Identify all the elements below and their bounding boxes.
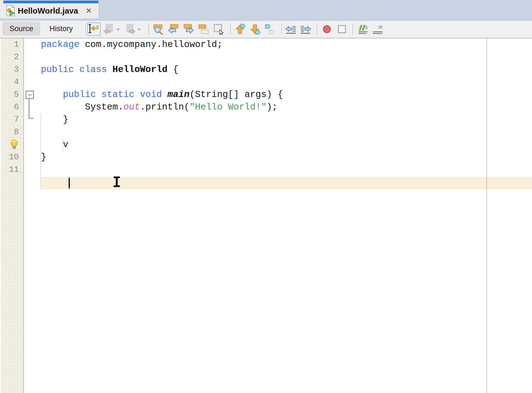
- back-button[interactable]: [103, 23, 115, 35]
- comment-icon: [357, 24, 368, 35]
- jump-last-edit-icon: [88, 24, 100, 35]
- shift-line-right-icon: [300, 24, 311, 35]
- find-selection-icon: [153, 24, 164, 35]
- line-number: 2: [1, 51, 19, 63]
- forward-dropdown-icon[interactable]: [137, 28, 141, 31]
- tab-title: HelloWorld.java: [18, 3, 78, 18]
- previous-bookmark-button[interactable]: [234, 23, 246, 35]
- code-line: public class HelloWorld {: [41, 63, 178, 76]
- source-button[interactable]: Source: [3, 22, 40, 35]
- start-macro-recording-button[interactable]: [321, 23, 333, 35]
- java-file-icon: [6, 5, 15, 16]
- line-number-gutter: 123456781011: [1, 38, 24, 393]
- close-icon[interactable]: ✕: [86, 3, 92, 18]
- next-bookmark-button[interactable]: [249, 23, 261, 35]
- line-number: 6: [1, 101, 19, 113]
- history-button[interactable]: History: [44, 22, 78, 35]
- rectangular-selection-button[interactable]: [212, 23, 225, 35]
- line-number: 1: [1, 38, 19, 51]
- line-number: 5: [1, 88, 19, 101]
- back-dropdown-icon[interactable]: [116, 28, 120, 31]
- comment-button[interactable]: [356, 23, 369, 35]
- fold-minus-icon: [28, 94, 32, 95]
- code-line: public static void main(String[] args) {: [41, 88, 283, 101]
- next-bookmark-icon: [250, 24, 261, 35]
- fold-range-line: [29, 98, 29, 118]
- toggle-highlight-search-icon: [198, 24, 209, 35]
- code-area[interactable]: package com.mycompany.helloworld;public …: [41, 38, 532, 393]
- find-previous-icon: [168, 24, 179, 35]
- text-caret: [69, 178, 70, 188]
- code-line: System.out.println("Hello World!");: [41, 101, 278, 113]
- hint-lightbulb-icon[interactable]: [10, 139, 18, 150]
- stop-macro-recording-icon: [336, 24, 347, 35]
- find-previous-button[interactable]: [167, 23, 180, 35]
- uncomment-button[interactable]: [371, 23, 384, 35]
- netbeans-editor-window: HelloWorld.java ✕ Source History: [0, 0, 532, 393]
- line-number: 10: [1, 151, 19, 163]
- line-number: 11: [1, 163, 19, 176]
- find-next-button[interactable]: [182, 23, 195, 35]
- tab-helloworld-java[interactable]: HelloWorld.java ✕: [0, 0, 98, 18]
- toolbar-separator: [148, 24, 149, 35]
- right-margin-line: [486, 38, 487, 393]
- line-number: 7: [1, 113, 19, 126]
- find-next-icon: [183, 24, 194, 35]
- find-selection-button[interactable]: [152, 23, 165, 35]
- editor-toolbar: Source History: [0, 21, 532, 39]
- line-number: 8: [1, 126, 19, 138]
- code-line: v: [41, 138, 68, 151]
- forward-button[interactable]: [124, 23, 136, 35]
- fold-range-end: [29, 118, 34, 119]
- tab-strip: HelloWorld.java ✕: [0, 0, 532, 21]
- previous-bookmark-icon: [235, 24, 246, 35]
- uncomment-icon: [372, 24, 383, 35]
- code-line: }: [41, 113, 68, 126]
- toolbar-separator: [85, 24, 86, 35]
- code-line: }: [41, 151, 46, 163]
- rectangular-selection-icon: [213, 24, 224, 35]
- back-icon: [103, 24, 115, 35]
- toggle-bookmark-button[interactable]: [264, 23, 276, 35]
- active-tab-stripe: [3, 1, 98, 3]
- mouse-ibeam-cursor: [113, 176, 121, 187]
- stop-macro-recording-button[interactable]: [336, 23, 348, 35]
- toolbar-separator: [352, 24, 353, 35]
- shift-line-left-button[interactable]: [285, 23, 297, 35]
- toggle-bookmark-icon: [265, 24, 276, 35]
- shift-line-left-icon: [285, 24, 296, 35]
- fold-collapse-box[interactable]: [26, 91, 34, 99]
- line-number: 4: [1, 76, 19, 88]
- code-editor[interactable]: 123456781011 package com.mycompany.hello…: [0, 38, 532, 393]
- toggle-highlight-search-button[interactable]: [197, 23, 210, 35]
- toolbar-separator: [281, 24, 282, 35]
- jump-last-edit-button[interactable]: [87, 23, 101, 36]
- forward-icon: [125, 24, 136, 35]
- line-number: 3: [1, 63, 19, 76]
- start-macro-recording-icon: [321, 24, 332, 35]
- toolbar-separator: [230, 24, 231, 35]
- shift-line-right-button[interactable]: [300, 23, 312, 35]
- toolbar-separator: [317, 24, 317, 35]
- code-line: package com.mycompany.helloworld;: [41, 38, 223, 51]
